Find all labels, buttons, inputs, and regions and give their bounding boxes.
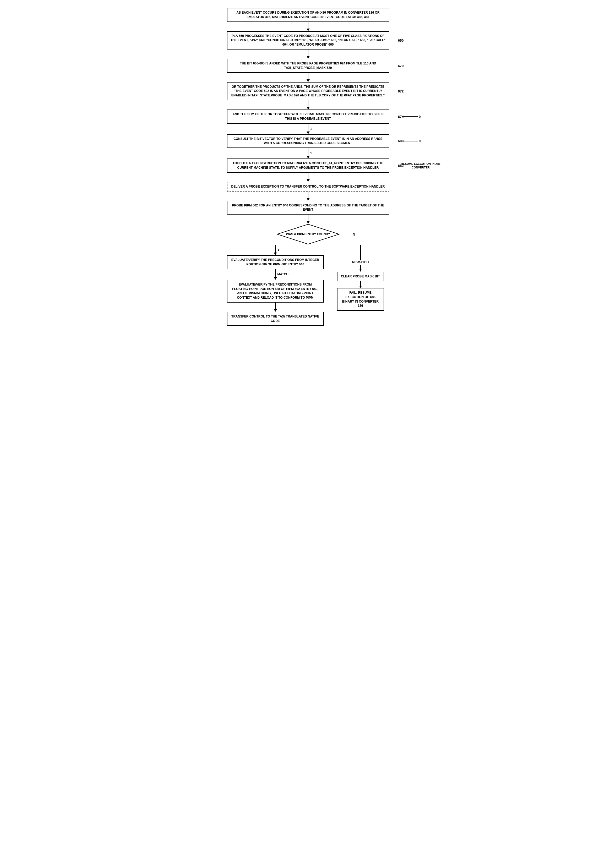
box2-row: PLA 650 PROCESSES THE EVENT CODE TO PROD… bbox=[227, 31, 389, 49]
arrow6: 1 bbox=[227, 148, 389, 159]
box2-label: 650 bbox=[398, 38, 404, 42]
box13: CLEAR PROBE MASK BIT bbox=[337, 272, 384, 281]
box3: THE BIT 660-665 IS ANDED WITH THE PROBE … bbox=[227, 59, 389, 73]
box3-row: THE BIT 660-665 IS ANDED WITH THE PROBE … bbox=[227, 59, 389, 73]
box5-zero-label: 0 bbox=[419, 114, 420, 119]
arrow-mismatch bbox=[359, 265, 362, 272]
box7-section: EXECUTE A TAXi INSTRUCTION TO MATERIALIZ… bbox=[227, 159, 389, 173]
box4-row: OR TOGETHER THE PRODUCTS OF THE ANDS. TH… bbox=[227, 82, 389, 100]
box6-section: CONSULT THE BIT VECTOR TO VERIFY THAT TH… bbox=[227, 134, 389, 148]
box6: CONSULT THE BIT VECTOR TO VERIFY THAT TH… bbox=[227, 134, 389, 148]
n-connector bbox=[360, 245, 361, 260]
box8: DELIVER A PROBE EXCEPTION TO TRANSFER CO… bbox=[227, 182, 389, 191]
right-branch: MISMATCH CLEAR PROBE MASK BIT FAIL: RESU… bbox=[332, 245, 389, 311]
arrow9 bbox=[227, 215, 389, 224]
box3-label: 670 bbox=[398, 64, 404, 68]
arrow11 bbox=[227, 302, 324, 312]
box10: EVALUATE/VERIFY THE PRECONDITIONS FROM I… bbox=[227, 255, 324, 269]
box4-label: 672 bbox=[398, 89, 404, 93]
box8-section: DELIVER A PROBE EXCEPTION TO TRANSFER CO… bbox=[227, 182, 389, 191]
diagram-container: AS EACH EVENT OCCURS DURING EXECUTION OF… bbox=[190, 8, 426, 326]
arrow6-label: 1 bbox=[310, 151, 312, 155]
box4: OR TOGETHER THE PRODUCTS OF THE ANDS. TH… bbox=[227, 82, 389, 100]
box11: EVALUATE/VERIFY THE PRECONDITIONS FROM F… bbox=[227, 280, 324, 302]
arrow3 bbox=[227, 73, 389, 82]
box5: AND THE SUM OF THE OR TOGETHER WITH SEVE… bbox=[227, 110, 389, 124]
arrow4 bbox=[227, 100, 389, 110]
decision1-section: WAS A PIPM ENTRY FOUND? N bbox=[227, 224, 389, 245]
main-flow: AS EACH EVENT OCCURS DURING EXECUTION OF… bbox=[227, 8, 389, 326]
two-branch-section: Y EVALUATE/VERIFY THE PRECONDITIONS FROM… bbox=[227, 245, 389, 326]
decision1: WAS A PIPM ENTRY FOUND? bbox=[277, 224, 340, 245]
arrow5: 1 bbox=[227, 124, 389, 134]
box1-row: AS EACH EVENT OCCURS DURING EXECUTION OF… bbox=[227, 8, 389, 22]
y-label: Y bbox=[278, 248, 280, 252]
decision1-text: WAS A PIPM ENTRY FOUND? bbox=[286, 232, 330, 236]
resume-label: RESUME EXECUTION IN X86 CONVERTER bbox=[400, 162, 442, 169]
arrow5-label: 1 bbox=[310, 127, 312, 131]
box14: FAIL: RESUME EXECUTION OF X86 BINARY IN … bbox=[337, 288, 384, 311]
arrow8 bbox=[227, 191, 389, 201]
mismatch-label: MISMATCH bbox=[352, 260, 369, 264]
box12: TRANSFER CONTROL TO THE TAXi TRANSLATED … bbox=[227, 312, 324, 326]
match-label: MATCH bbox=[278, 273, 288, 276]
box9: PROBE PIPM 602 FOR AN ENTRY 640 CORRESPO… bbox=[227, 201, 389, 215]
box6-zero-branch: 0 bbox=[402, 139, 420, 143]
box6-zero-label: 0 bbox=[419, 139, 420, 143]
box9-section: PROBE PIPM 602 FOR AN ENTRY 640 CORRESPO… bbox=[227, 201, 389, 215]
arrow13 bbox=[359, 281, 362, 288]
arrow1 bbox=[227, 22, 389, 31]
box5-section: AND THE SUM OF THE OR TOGETHER WITH SEVE… bbox=[227, 110, 389, 124]
arrow2 bbox=[227, 49, 389, 59]
arrow-y: Y bbox=[227, 245, 324, 255]
arrow7 bbox=[227, 173, 389, 182]
decision1-n-label: N bbox=[353, 232, 355, 236]
left-branch: Y EVALUATE/VERIFY THE PRECONDITIONS FROM… bbox=[227, 245, 324, 326]
arrow-match: MATCH bbox=[227, 269, 324, 280]
box1: AS EACH EVENT OCCURS DURING EXECUTION OF… bbox=[227, 8, 389, 22]
box2: PLA 650 PROCESSES THE EVENT CODE TO PROD… bbox=[227, 31, 389, 49]
box5-zero-branch: 0 bbox=[402, 114, 420, 119]
box7: EXECUTE A TAXi INSTRUCTION TO MATERIALIZ… bbox=[227, 159, 389, 173]
